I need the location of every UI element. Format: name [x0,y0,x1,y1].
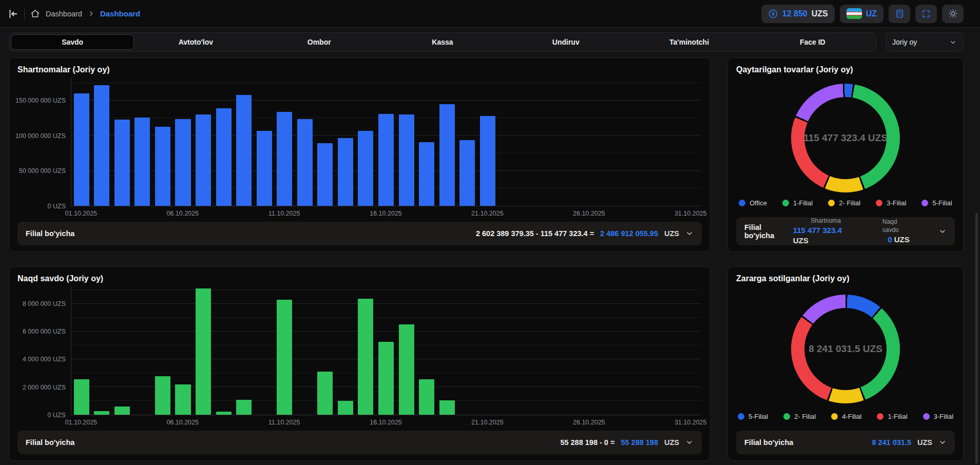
fullscreen-button[interactable] [915,5,937,23]
bar[interactable] [358,299,373,415]
legend-item[interactable]: 1-Filial [877,413,907,420]
tab-taminotchi[interactable]: Ta'minotchi [627,34,751,50]
legend-item[interactable]: Office [739,199,767,207]
qaytarilgan-donut-chart: 115 477 323.4 UZS [736,78,955,198]
bar[interactable] [216,412,232,415]
scrollbar[interactable] [975,213,978,464]
exchange-rate-amount: 12 850 [782,9,808,18]
legend-item[interactable]: 5-Filial [921,199,952,207]
legend-dot [783,413,790,420]
bar[interactable] [94,411,109,415]
legend-item[interactable]: 3-Filial [923,413,953,420]
bar[interactable] [277,112,292,206]
filial-footer[interactable]: Filial bo'yicha 55 288 198 - 0 = 55 288 … [17,431,702,454]
bar[interactable] [358,131,373,206]
tab-ombor[interactable]: Ombor [258,34,381,50]
theme-toggle-button[interactable] [942,5,964,23]
home-icon[interactable] [30,9,40,18]
bar[interactable] [216,108,232,206]
bar[interactable] [134,118,150,206]
bar[interactable] [317,143,333,206]
legend-label: Office [750,199,767,207]
dashboard-grid: Shartnomalar (Joriy oy) 0 UZS50 000 000 … [9,57,964,461]
sun-icon [948,9,958,18]
gridline [71,303,701,304]
bar[interactable] [399,324,414,415]
card-shartnomalar: Shartnomalar (Joriy oy) 0 UZS50 000 000 … [9,57,710,252]
footer-label: Filial bo'yicha [744,438,793,447]
bar[interactable] [114,120,130,206]
legend-item[interactable]: 2- Filial [828,199,860,207]
y-tick-label: 0 UZS [48,203,66,210]
bar[interactable] [94,85,109,206]
bar[interactable] [175,119,190,206]
tab-savdo[interactable]: Savdo [11,34,134,50]
breadcrumb-current[interactable]: Dashboard [100,9,140,18]
legend-item[interactable]: 5-Filial [738,413,768,420]
language-button[interactable]: UZ [840,5,883,23]
bar[interactable] [196,114,211,206]
breadcrumb-root[interactable]: Dashboard [46,10,82,18]
bar[interactable] [419,379,434,415]
bar[interactable] [114,406,130,415]
exchange-rate-button[interactable]: $ 12 850 UZS [761,5,835,23]
filial-footer[interactable]: Filial bo'yicha 8 241 031.5 UZS [736,431,955,454]
bar[interactable] [439,400,455,415]
legend-item[interactable]: 2- Filial [783,413,816,420]
legend-item[interactable]: 4-Filial [831,413,861,420]
legend-item[interactable]: 3-Filial [876,199,906,207]
bar[interactable] [297,119,313,206]
card-zararga: Zararga sotilganlar (Joriy oy) 8 241 031… [727,266,964,461]
bar[interactable] [399,114,414,206]
bar[interactable] [317,372,333,415]
period-select[interactable]: Joriy oy [886,32,964,52]
donut-legend: 5-Filial2- Filial4-Filial1-Filial3-Filia… [736,413,955,420]
donut-ring[interactable]: 8 241 031.5 UZS [791,295,900,403]
calculator-button[interactable] [889,5,910,23]
legend-dot [828,200,835,206]
bar[interactable] [378,342,394,415]
x-tick-label: 21.10.2025 [471,210,504,217]
bar[interactable] [338,401,353,415]
filial-footer[interactable]: Filial bo'yicha Shartnoma 115 477 323.4 … [736,217,955,245]
donut-ring[interactable]: 115 477 323.4 UZS [791,84,900,192]
stat-title: Naqd savdo [882,218,915,234]
divider [24,8,25,20]
bar[interactable] [236,95,252,206]
footer-label: Filial bo'yicha [744,223,793,240]
bar[interactable] [338,138,353,206]
tab-kassa[interactable]: Kassa [381,34,504,50]
bar[interactable] [196,288,211,415]
collapse-sidebar-icon[interactable] [7,8,18,20]
bar[interactable] [74,379,89,415]
bar[interactable] [155,376,170,415]
chevron-right-icon [88,10,94,17]
stat-value: 0 [888,235,892,244]
x-axis-labels: 01.10.202506.10.202511.10.202516.10.2025… [71,415,701,427]
bar[interactable] [277,300,292,415]
footer-stat-shartnoma: Shartnoma 115 477 323.4 UZS [793,217,859,245]
footer-result: 8 241 031.5 [872,438,911,447]
donut-hole: 115 477 323.4 UZS [804,97,887,179]
tab-face-id[interactable]: Face ID [751,34,874,50]
card-title: Shartnomalar (Joriy oy) [17,65,702,74]
tab-undiruv[interactable]: Undiruv [504,34,627,50]
bar[interactable] [257,131,272,206]
bar[interactable] [439,104,455,206]
bar[interactable] [419,142,434,206]
plot-area [71,78,701,206]
bar[interactable] [175,384,190,415]
tab-avtotolov[interactable]: Avtoto'lov [134,34,257,50]
y-tick-label: 4 000 000 UZS [23,356,66,363]
filial-footer[interactable]: Filial bo'yicha 2 602 389 379.35 - 115 4… [17,222,702,245]
stat-title: Shartnoma [811,217,841,225]
bar[interactable] [459,140,475,206]
bar[interactable] [155,127,170,206]
legend-item[interactable]: 1-Filial [782,199,813,207]
bar[interactable] [480,116,495,206]
bar[interactable] [378,114,394,206]
legend-label: 1-Filial [888,413,907,420]
bar[interactable] [236,400,252,415]
bar[interactable] [74,93,89,206]
x-tick-label: 31.10.2025 [675,210,707,217]
